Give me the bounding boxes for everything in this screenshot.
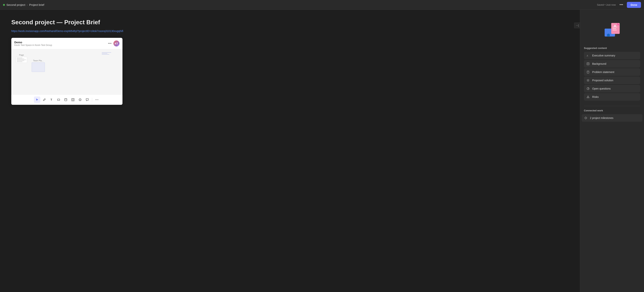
done-button[interactable]: Done (627, 2, 641, 8)
embed-toolbar: T (11, 94, 122, 105)
suggested-item-executive-summary[interactable]: A Executive summary (584, 52, 640, 59)
team-plan-thumbnail: Team Pla... (32, 59, 45, 72)
svg-point-15 (607, 34, 610, 37)
suggested-item-open-questions[interactable]: ? Open questions (584, 85, 640, 92)
svg-rect-21 (587, 71, 589, 73)
embed-more-button[interactable]: ••• (108, 42, 112, 45)
svg-rect-13 (612, 28, 616, 29)
panel-divider (584, 106, 640, 106)
page-thumb-box (16, 57, 27, 63)
svg-rect-2 (72, 98, 74, 101)
content-area: Second project — Project Brief https://w… (0, 10, 580, 292)
svg-rect-0 (58, 99, 60, 101)
emoji-tool-button[interactable] (77, 97, 83, 103)
svg-rect-12 (612, 27, 617, 27)
document-title: Second project — Project Brief (11, 19, 569, 26)
breadcrumb-separator: › (27, 3, 28, 6)
more-options-button[interactable]: ••• (618, 2, 624, 7)
suggested-items-list: A Executive summary Background Problem s… (584, 52, 640, 101)
select-tool-button[interactable] (34, 97, 40, 103)
embed-title: Demo (14, 41, 52, 44)
suggested-item-label: Executive summary (592, 54, 615, 57)
svg-rect-1 (65, 99, 67, 101)
suggested-item-background[interactable]: Background (584, 60, 640, 68)
project-status-dot (3, 4, 5, 6)
topbar-actions: Saved • Just now ••• Done (597, 2, 641, 8)
text-tool-button[interactable]: T (48, 97, 55, 103)
svg-point-5 (80, 99, 80, 100)
svg-rect-18 (587, 63, 589, 65)
executive-summary-icon: A (586, 54, 590, 57)
toolbar-separator (92, 98, 92, 102)
suggested-item-label: Background (592, 62, 606, 65)
avatar: KT (114, 40, 120, 46)
svg-rect-14 (612, 30, 617, 30)
comment-tool-button[interactable] (84, 97, 90, 103)
suggested-item-label: Problem statement (592, 71, 614, 74)
embed-header: Demo Kevin Test Space in Kevin Test Grou… (11, 38, 122, 49)
embed-body[interactable]: Page Team Pla... (11, 49, 122, 94)
risks-icon (586, 95, 590, 99)
suggested-content-title: Suggested content (584, 47, 640, 49)
illustration-svg (601, 17, 624, 40)
note-tool-button[interactable] (62, 97, 69, 103)
svg-point-27 (588, 98, 588, 98)
team-plan-box (32, 62, 45, 72)
rectangle-tool-button[interactable] (56, 97, 62, 103)
svg-point-6 (80, 99, 81, 100)
right-panel: Suggested content A Executive summary Ba… (580, 10, 644, 292)
embed-subtitle: Kevin Test Space in Kevin Test Group (14, 44, 52, 46)
milestones-icon (584, 116, 588, 120)
page-label: Page (19, 54, 24, 56)
save-status: Saved • Just now (597, 3, 616, 6)
embed-card: Demo Kevin Test Space in Kevin Test Grou… (11, 38, 122, 105)
suggested-item-label: Proposed solution (592, 79, 613, 82)
team-plan-label: Team Pla... (33, 59, 43, 62)
topbar: Second project › Project brief Saved • J… (0, 0, 644, 10)
problem-statement-icon (586, 70, 590, 74)
frame-tool-button[interactable] (70, 97, 76, 103)
proposed-solution-icon (586, 78, 590, 82)
connected-work-title: Connected work (580, 109, 644, 112)
svg-text:A: A (586, 54, 588, 57)
suggested-item-risks[interactable]: Risks (584, 93, 640, 101)
svg-point-7 (95, 100, 96, 100)
svg-marker-23 (587, 79, 589, 81)
pencil-tool-button[interactable] (41, 97, 48, 103)
connected-items-list: 2 project milestones (580, 114, 644, 122)
connected-item-milestones[interactable]: 2 project milestones (582, 114, 642, 122)
open-questions-icon: ? (586, 87, 590, 91)
breadcrumb: Second project › Project brief (3, 3, 44, 6)
page-name: Project brief (29, 3, 44, 6)
suggested-item-label: Open questions (592, 87, 611, 90)
page-thumbnail: Page (16, 54, 27, 63)
suggested-item-label: Risks (592, 95, 598, 98)
svg-rect-3 (72, 99, 74, 101)
invision-link[interactable]: https://work.invisionapp.com/freehand/De… (11, 29, 569, 32)
panel-illustration (580, 10, 644, 44)
connected-item-label: 2 project milestones (590, 117, 614, 120)
svg-text:?: ? (588, 88, 589, 90)
suggested-item-problem-statement[interactable]: Problem statement (584, 68, 640, 76)
main-layout: Second project — Project Brief https://w… (0, 10, 644, 292)
svg-point-4 (79, 99, 81, 101)
suggested-content-section: Suggested content A Executive summary Ba… (580, 44, 644, 103)
svg-point-8 (96, 100, 97, 100)
avatar-status-dot (118, 45, 119, 46)
background-icon (586, 62, 590, 66)
more-tools-button[interactable] (94, 97, 100, 103)
suggested-item-proposed-solution[interactable]: Proposed solution (584, 77, 640, 84)
project-name[interactable]: Second project (6, 3, 25, 6)
svg-point-9 (98, 100, 98, 100)
decorative-lines (102, 52, 111, 55)
panel-collapse-button[interactable]: →| (574, 22, 580, 28)
